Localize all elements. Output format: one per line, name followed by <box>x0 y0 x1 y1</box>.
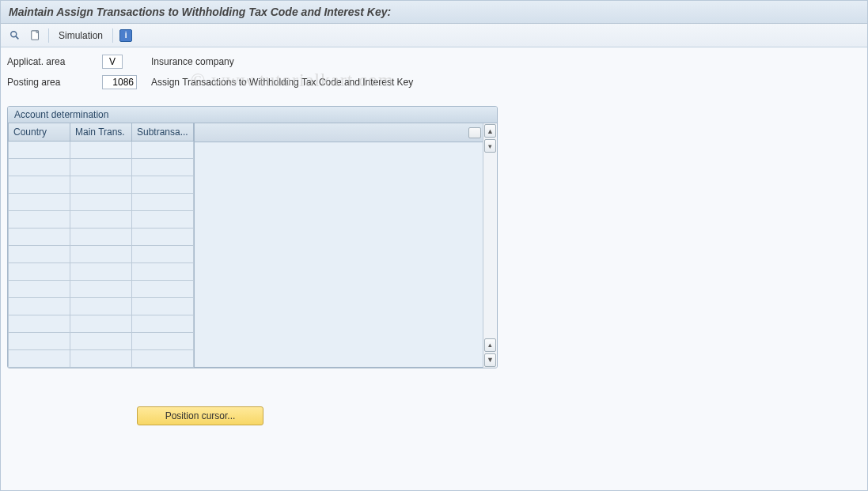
content-area: © www.tutorialkart.com Applicat. area In… <box>1 47 867 430</box>
applicat-area-label: Applicat. area <box>7 56 102 67</box>
simulation-button[interactable]: Simulation <box>54 28 108 43</box>
table-cell[interactable] <box>9 297 70 315</box>
posting-area-row: Posting area Assign Transactions to With… <box>7 73 861 92</box>
table-row[interactable] <box>9 141 194 158</box>
table-cell[interactable] <box>70 349 132 367</box>
grid-wrap: Country Main Trans. Subtransa... ▲ ▾ <box>8 123 497 368</box>
table-cell[interactable] <box>132 349 194 367</box>
scroll-page-up-icon[interactable]: ▾ <box>484 139 496 153</box>
applicat-area-input-wrap: Insurance company <box>102 55 234 69</box>
applicat-area-row: Applicat. area Insurance company <box>7 52 861 71</box>
scroll-line-down-icon[interactable]: ▼ <box>484 353 496 367</box>
table-cell[interactable] <box>132 315 194 332</box>
scroll-line-up-icon[interactable]: ▲ <box>484 124 496 138</box>
position-cursor-button[interactable]: Position cursor... <box>137 406 263 425</box>
table-cell[interactable] <box>9 193 70 210</box>
table-cell[interactable] <box>70 158 132 176</box>
table-cell[interactable] <box>70 332 132 349</box>
table-row[interactable] <box>9 210 194 228</box>
table-cell[interactable] <box>70 176 132 193</box>
table-cell[interactable] <box>70 297 132 315</box>
table-header-row: Country Main Trans. Subtransa... <box>9 123 194 141</box>
svg-line-1 <box>16 36 19 39</box>
col-main-trans[interactable]: Main Trans. <box>70 123 132 141</box>
svg-point-0 <box>11 31 17 36</box>
magnifier-icon <box>9 30 21 41</box>
table-cell[interactable] <box>70 193 132 210</box>
position-button-row: Position cursor... <box>7 406 861 425</box>
applicat-area-value[interactable] <box>102 55 123 69</box>
table-cell[interactable] <box>9 315 70 332</box>
table-cell[interactable] <box>132 228 194 245</box>
table-cell[interactable] <box>70 210 132 228</box>
toolbar-separator <box>48 28 49 43</box>
account-grid: Country Main Trans. Subtransa... <box>8 123 195 368</box>
grid-header-spacer <box>195 123 483 142</box>
info-icon-button[interactable]: i <box>118 28 134 43</box>
table-cell[interactable] <box>132 176 194 193</box>
account-determination-panel: Account determination Country Main Trans… <box>7 106 498 368</box>
vertical-scrollbar[interactable]: ▲ ▾ ▴ ▼ <box>483 123 497 368</box>
col-subtrans[interactable]: Subtransa... <box>132 123 194 141</box>
scroll-page-down-icon[interactable]: ▴ <box>484 338 496 352</box>
page-title: Maintain Assign Transactions to Withhold… <box>1 1 867 24</box>
table-row[interactable] <box>9 280 194 297</box>
table-cell[interactable] <box>132 158 194 176</box>
table-cell[interactable] <box>9 228 70 245</box>
account-table: Country Main Trans. Subtransa... <box>8 123 194 368</box>
table-row[interactable] <box>9 158 194 176</box>
toolbar: Simulation i <box>1 24 867 47</box>
table-row[interactable] <box>9 332 194 349</box>
details-icon-button[interactable] <box>7 28 23 43</box>
table-row[interactable] <box>9 349 194 367</box>
table-row[interactable] <box>9 262 194 280</box>
account-determination-header: Account determination <box>8 107 497 123</box>
toolbar-separator <box>112 28 113 43</box>
table-cell[interactable] <box>9 141 70 158</box>
table-cell[interactable] <box>132 245 194 262</box>
table-cell[interactable] <box>70 141 132 158</box>
table-cell[interactable] <box>9 280 70 297</box>
table-cell[interactable] <box>70 245 132 262</box>
table-cell[interactable] <box>9 210 70 228</box>
posting-area-desc: Assign Transactions to Withholding Tax C… <box>151 77 413 88</box>
table-row[interactable] <box>9 176 194 193</box>
table-cell[interactable] <box>132 262 194 280</box>
table-cell[interactable] <box>9 245 70 262</box>
table-cell[interactable] <box>132 210 194 228</box>
table-cell[interactable] <box>70 228 132 245</box>
create-icon-button[interactable] <box>28 28 44 43</box>
posting-area-value[interactable] <box>102 75 137 89</box>
col-country[interactable]: Country <box>9 123 70 141</box>
table-cell[interactable] <box>9 332 70 349</box>
posting-area-input-wrap: Assign Transactions to Withholding Tax C… <box>102 75 413 89</box>
new-page-icon <box>30 30 41 41</box>
grid-blank-area <box>195 123 483 368</box>
table-cell[interactable] <box>9 158 70 176</box>
table-row[interactable] <box>9 193 194 210</box>
table-row[interactable] <box>9 297 194 315</box>
table-cell[interactable] <box>132 141 194 158</box>
posting-area-label: Posting area <box>7 77 102 88</box>
table-row[interactable] <box>9 245 194 262</box>
table-cell[interactable] <box>132 297 194 315</box>
table-cell[interactable] <box>70 262 132 280</box>
table-cell[interactable] <box>132 193 194 210</box>
table-cell[interactable] <box>70 315 132 332</box>
applicat-area-desc: Insurance company <box>151 56 234 67</box>
column-config-icon[interactable] <box>468 127 481 138</box>
table-cell[interactable] <box>9 262 70 280</box>
table-cell[interactable] <box>132 280 194 297</box>
info-icon: i <box>119 29 132 42</box>
table-row[interactable] <box>9 315 194 332</box>
table-cell[interactable] <box>132 332 194 349</box>
table-row[interactable] <box>9 228 194 245</box>
table-cell[interactable] <box>70 280 132 297</box>
table-cell[interactable] <box>9 176 70 193</box>
page-title-text: Maintain Assign Transactions to Withhold… <box>9 6 391 18</box>
table-cell[interactable] <box>9 349 70 367</box>
